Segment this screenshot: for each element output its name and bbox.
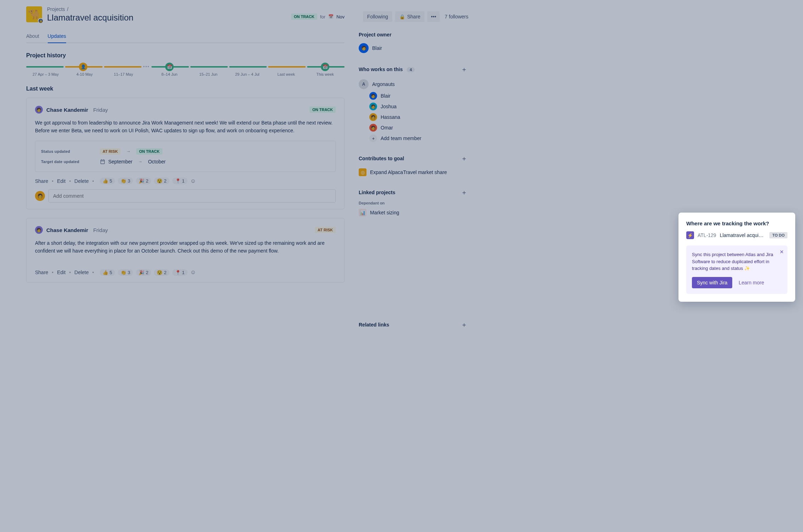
history-segment[interactable]: 📅 <box>307 66 345 68</box>
avatar: 🧑 <box>359 43 369 53</box>
history-segment[interactable] <box>268 66 306 68</box>
update-body: We got approval to from leadership to an… <box>35 119 336 134</box>
update-date: Friday <box>93 227 108 233</box>
followers-count[interactable]: 7 followers <box>445 14 468 19</box>
project-status-pill[interactable]: ON TRACK <box>291 13 317 20</box>
breadcrumb-root[interactable]: Projects <box>47 6 65 12</box>
goal-item[interactable]: ◎ Expand AlpacaTravel market share <box>359 167 468 178</box>
tab-updates[interactable]: Updates <box>48 30 66 43</box>
reaction[interactable]: 📍1 <box>172 269 187 276</box>
status-for-label: for <box>320 14 325 19</box>
avatar: 🧑 <box>369 92 377 100</box>
work-status: TO DO <box>769 232 787 238</box>
work-name: Llamatravel acquisition <box>720 232 766 238</box>
share-button[interactable]: Share <box>35 178 48 184</box>
reaction[interactable]: 🎉2 <box>136 178 151 184</box>
reaction[interactable]: 📍1 <box>172 178 187 184</box>
reaction[interactable]: 👍5 <box>100 269 115 276</box>
project-icon: 🐪 🔒 <box>26 6 42 22</box>
reaction[interactable]: 👏3 <box>118 269 133 276</box>
edit-button[interactable]: Edit <box>57 178 65 184</box>
team-name: Argonauts <box>372 81 395 87</box>
goal-name: Expand AlpacaTravel market share <box>370 169 447 175</box>
date-to: October <box>148 159 166 164</box>
comment-input[interactable] <box>48 189 336 203</box>
member-item[interactable]: 🧑 Hassana <box>359 112 468 122</box>
add-reaction-icon[interactable]: ☺ <box>190 178 196 184</box>
author-avatar[interactable]: 🧑 <box>35 106 43 114</box>
owner-name: Blair <box>372 45 382 51</box>
history-segment[interactable] <box>229 66 267 68</box>
history-title: Project history <box>26 52 345 59</box>
calendar-icon <box>100 159 105 164</box>
history-segment[interactable] <box>104 66 141 68</box>
history-segment[interactable]: 👤 <box>65 66 103 68</box>
more-button[interactable]: ••• <box>427 11 440 22</box>
history-marker-icon[interactable]: 📅 <box>165 63 174 71</box>
member-item[interactable]: 🧑 Blair <box>359 91 468 101</box>
history-marker-icon[interactable]: 📅 <box>321 63 329 71</box>
lock-icon: 🔒 <box>38 18 44 24</box>
following-button[interactable]: Following <box>363 11 392 22</box>
author-avatar[interactable]: 🧑 <box>35 226 43 234</box>
tabs: About Updates <box>26 30 345 43</box>
breadcrumb[interactable]: Projects / <box>47 6 133 12</box>
member-name: Omar <box>381 125 393 131</box>
lock-icon: 🔒 <box>399 14 405 19</box>
member-item[interactable]: 🧑 Omar <box>359 122 468 133</box>
work-link[interactable]: ⚡ ATL-129 Llamatravel acquisition TO DO <box>686 231 787 239</box>
add-button[interactable]: ＋ <box>460 154 468 163</box>
member-name: Blair <box>381 93 391 99</box>
date-from: September <box>108 159 132 164</box>
reaction[interactable]: 🎉2 <box>136 269 151 276</box>
tab-about[interactable]: About <box>26 30 39 42</box>
share-button[interactable]: Share <box>35 270 48 275</box>
tracking-spotlight-panel: Where are we tracking the work? ⚡ ATL-12… <box>678 213 795 302</box>
author-name[interactable]: Chase Kandemir <box>46 227 88 233</box>
reaction[interactable]: 😯2 <box>154 178 169 184</box>
history-segment[interactable] <box>190 66 228 68</box>
add-button[interactable]: ＋ <box>460 320 468 329</box>
edit-button[interactable]: Edit <box>57 270 65 275</box>
reaction[interactable]: 👍5 <box>100 178 115 184</box>
owner-item[interactable]: 🧑 Blair <box>359 42 468 54</box>
add-reaction-icon[interactable]: ☺ <box>190 269 196 276</box>
linked-title: Linked projects <box>359 190 395 195</box>
page-title: Llamatravel acquisition <box>47 13 133 23</box>
sync-with-jira-button[interactable]: Sync with Jira <box>692 277 732 288</box>
sync-promo-box: ✕ Sync this project between Atlas and Ji… <box>686 245 787 294</box>
delete-button[interactable]: Delete <box>74 270 88 275</box>
linked-project-name: Market sizing <box>370 210 399 215</box>
share-button[interactable]: 🔒 Share <box>395 11 424 22</box>
arrow-right-icon: → <box>126 149 131 154</box>
add-member-label: Add team member <box>381 135 421 141</box>
author-name[interactable]: Chase Kandemir <box>46 107 88 113</box>
add-button[interactable]: ＋ <box>460 65 468 74</box>
history-marker-icon[interactable]: 👤 <box>79 63 87 71</box>
history-gap-icon: ••• <box>143 64 150 69</box>
learn-more-link[interactable]: Learn more <box>739 280 764 285</box>
update-status-pill: ON TRACK <box>310 106 336 113</box>
history-label: 15–21 Jun <box>189 72 228 76</box>
history-label: This week <box>306 72 345 76</box>
history-label: 4-10 May <box>65 72 104 76</box>
member-item[interactable]: 🧑 Joshua <box>359 101 468 112</box>
current-user-avatar[interactable]: 🧑 <box>35 191 45 201</box>
add-button[interactable]: ＋ <box>460 188 468 197</box>
add-member-button[interactable]: ＋ Add team member <box>359 133 468 144</box>
history-label: 8–14 Jun <box>150 72 189 76</box>
team-item[interactable]: A Argonauts <box>359 78 468 91</box>
calendar-icon: 📅 <box>328 14 334 19</box>
delete-button[interactable]: Delete <box>74 178 88 184</box>
reaction[interactable]: 👏3 <box>118 178 133 184</box>
linked-project-item[interactable]: 📊 Market sizing <box>359 207 468 218</box>
status-change-box: Status updated AT RISK → ON TRACK Target… <box>35 141 336 172</box>
history-segment[interactable] <box>26 66 64 68</box>
goal-title: Contributes to goal <box>359 156 404 161</box>
status-month[interactable]: Nov <box>336 14 345 19</box>
close-icon[interactable]: ✕ <box>780 249 784 255</box>
update-body: After a short delay, the integration wit… <box>35 239 336 255</box>
history-segment[interactable]: 📅 <box>151 66 189 68</box>
reaction[interactable]: 😯2 <box>154 269 169 276</box>
spotlight-title: Where are we tracking the work? <box>686 220 787 226</box>
